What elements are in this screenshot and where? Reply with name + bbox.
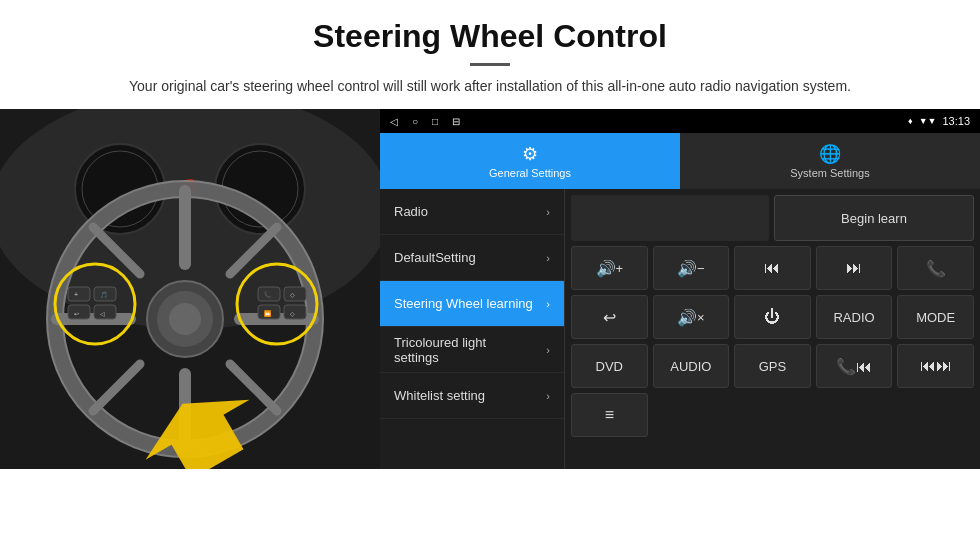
prev-next-button[interactable]: ⏮⏭ bbox=[897, 344, 974, 388]
tab-system-settings[interactable]: 🌐 System Settings bbox=[680, 133, 980, 189]
svg-text:+: + bbox=[74, 291, 78, 298]
chevron-icon-tricoloured: › bbox=[546, 344, 550, 356]
chevron-icon-steering: › bbox=[546, 298, 550, 310]
signal-icon: ▼▼ bbox=[919, 116, 937, 126]
location-icon: ♦ bbox=[908, 116, 913, 126]
left-menu: Radio › DefaultSetting › Steering Wheel … bbox=[380, 189, 565, 469]
svg-text:◁: ◁ bbox=[100, 311, 105, 317]
menu-item-whitelist[interactable]: Whitelist setting › bbox=[380, 373, 564, 419]
prev-next-icon: ⏮⏭ bbox=[920, 357, 952, 375]
svg-text:◇: ◇ bbox=[290, 311, 295, 317]
status-bar-right: ♦ ▼▼ 13:13 bbox=[908, 115, 970, 127]
tab-general-settings[interactable]: ⚙ General Settings bbox=[380, 133, 680, 189]
menu-item-steering-wheel[interactable]: Steering Wheel learning › bbox=[380, 281, 564, 327]
phone-button[interactable]: 📞 bbox=[897, 246, 974, 290]
svg-point-19 bbox=[169, 303, 201, 335]
menu-whitelist-label: Whitelist setting bbox=[394, 388, 485, 403]
next-track-button[interactable]: ⏭ bbox=[816, 246, 893, 290]
time-display: 13:13 bbox=[942, 115, 970, 127]
vol-up-button[interactable]: 🔊+ bbox=[571, 246, 648, 290]
vol-down-icon: 🔊 bbox=[677, 259, 697, 278]
vol-up-icon: 🔊 bbox=[596, 259, 616, 278]
mute-icon: 🔊 bbox=[677, 308, 697, 327]
gps-label: GPS bbox=[759, 359, 786, 374]
dvd-button[interactable]: DVD bbox=[571, 344, 648, 388]
right-button-grid: Begin learn 🔊+ 🔊− ⏮ ⏭ bbox=[565, 189, 980, 469]
svg-text:📞: 📞 bbox=[264, 291, 272, 299]
globe-icon: 🌐 bbox=[819, 143, 841, 165]
top-row: Begin learn bbox=[571, 195, 974, 241]
android-panel: ◁ ○ □ ⊟ ♦ ▼▼ 13:13 ⚙ General Settings 🌐 … bbox=[380, 109, 980, 469]
chevron-icon-whitelist: › bbox=[546, 390, 550, 402]
menu-item-radio[interactable]: Radio › bbox=[380, 189, 564, 235]
menu-tricoloured-text: Tricoloured light settings bbox=[394, 335, 486, 365]
mode-button[interactable]: MODE bbox=[897, 295, 974, 339]
list-icon: ≡ bbox=[605, 406, 614, 424]
header-description: Your original car's steering wheel contr… bbox=[60, 76, 920, 97]
menu-item-default-setting[interactable]: DefaultSetting › bbox=[380, 235, 564, 281]
menu-default-label: DefaultSetting bbox=[394, 250, 476, 265]
radio-label: RADIO bbox=[833, 310, 874, 325]
tab-system-label: System Settings bbox=[790, 167, 869, 179]
back-icon: ◁ bbox=[390, 116, 398, 127]
power-button[interactable]: ⏻ bbox=[734, 295, 811, 339]
phone-prev-icon: 📞⏮ bbox=[836, 357, 872, 376]
status-bar-left: ◁ ○ □ ⊟ bbox=[390, 116, 460, 127]
vol-down-button[interactable]: 🔊− bbox=[653, 246, 730, 290]
settings-gear-icon: ⚙ bbox=[522, 143, 538, 165]
svg-rect-21 bbox=[68, 287, 90, 301]
content-area: Radio › DefaultSetting › Steering Wheel … bbox=[380, 189, 980, 469]
button-row-4: ≡ bbox=[571, 393, 974, 437]
svg-rect-24 bbox=[94, 305, 116, 319]
page-header: Steering Wheel Control Your original car… bbox=[0, 0, 980, 109]
svg-text:⏩: ⏩ bbox=[264, 310, 272, 318]
prev-track-button[interactable]: ⏮ bbox=[734, 246, 811, 290]
begin-learn-button[interactable]: Begin learn bbox=[774, 195, 974, 241]
dvd-label: DVD bbox=[596, 359, 623, 374]
phone-icon: 📞 bbox=[926, 259, 946, 278]
button-row-1: 🔊+ 🔊− ⏮ ⏭ 📞 bbox=[571, 246, 974, 290]
button-row-3: DVD AUDIO GPS 📞⏮ ⏮⏭ bbox=[571, 344, 974, 388]
recent-icon: □ bbox=[432, 116, 438, 127]
prev-track-icon: ⏮ bbox=[764, 259, 780, 277]
menu-tricoloured-line2: settings bbox=[394, 350, 486, 365]
radio-button[interactable]: RADIO bbox=[816, 295, 893, 339]
audio-label: AUDIO bbox=[670, 359, 711, 374]
top-tabs: ⚙ General Settings 🌐 System Settings bbox=[380, 133, 980, 189]
svg-text:↩: ↩ bbox=[74, 311, 79, 317]
svg-text:◇: ◇ bbox=[290, 292, 295, 298]
header-divider bbox=[470, 63, 510, 66]
image-panel: + ↩ 🎵 ◁ 📞 ⏩ ◇ ◇ bbox=[0, 109, 380, 469]
mode-label: MODE bbox=[916, 310, 955, 325]
menu-item-tricoloured[interactable]: Tricoloured light settings › bbox=[380, 327, 564, 373]
chevron-icon-default: › bbox=[546, 252, 550, 264]
button-row-2: ↩ 🔊× ⏻ RADIO MODE bbox=[571, 295, 974, 339]
svg-rect-33 bbox=[284, 305, 306, 319]
back-button[interactable]: ↩ bbox=[571, 295, 648, 339]
phone-prev-button[interactable]: 📞⏮ bbox=[816, 344, 893, 388]
menu-steering-label: Steering Wheel learning bbox=[394, 296, 533, 311]
tab-general-label: General Settings bbox=[489, 167, 571, 179]
menu-radio-label: Radio bbox=[394, 204, 428, 219]
home-icon: ○ bbox=[412, 116, 418, 127]
power-icon: ⏻ bbox=[764, 308, 780, 326]
empty-cell bbox=[571, 195, 769, 241]
gps-button[interactable]: GPS bbox=[734, 344, 811, 388]
menu-icon: ⊟ bbox=[452, 116, 460, 127]
menu-tricoloured-line1: Tricoloured light bbox=[394, 335, 486, 350]
chevron-icon-radio: › bbox=[546, 206, 550, 218]
list-button[interactable]: ≡ bbox=[571, 393, 648, 437]
back-arrow-icon: ↩ bbox=[603, 308, 616, 327]
svg-text:🎵: 🎵 bbox=[100, 291, 108, 299]
next-track-icon: ⏭ bbox=[846, 259, 862, 277]
status-bar: ◁ ○ □ ⊟ ♦ ▼▼ 13:13 bbox=[380, 109, 980, 133]
main-content: + ↩ 🎵 ◁ 📞 ⏩ ◇ ◇ ◁ bbox=[0, 109, 980, 469]
page-title: Steering Wheel Control bbox=[60, 18, 920, 55]
svg-rect-22 bbox=[68, 305, 90, 319]
svg-rect-32 bbox=[284, 287, 306, 301]
audio-button[interactable]: AUDIO bbox=[653, 344, 730, 388]
mute-button[interactable]: 🔊× bbox=[653, 295, 730, 339]
